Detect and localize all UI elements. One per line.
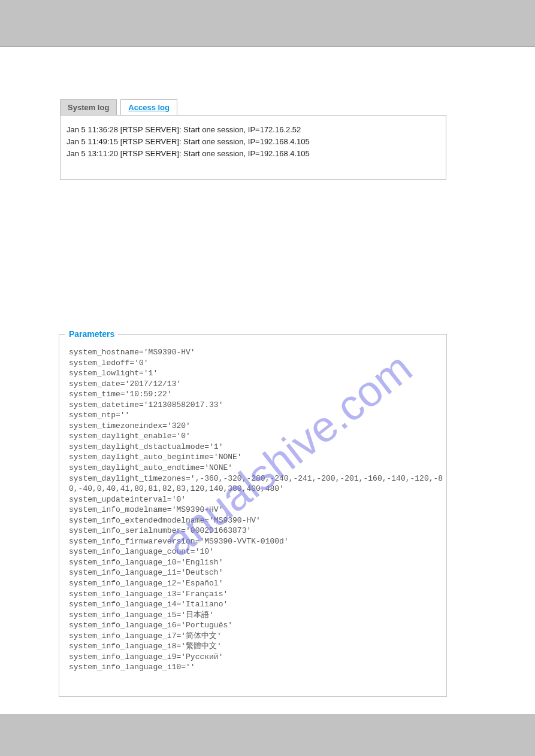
parameter-line: system_info_language_count='10': [69, 546, 444, 557]
parameter-line: system_daylight_auto_begintime='NONE': [69, 452, 444, 463]
parameter-line: system_info_language_i2='Español': [69, 578, 444, 589]
parameter-line: system_info_firmwareversion='MS9390-VVTK…: [69, 536, 444, 547]
log-entry: Jan 5 13:11:20 [RTSP SERVER]: Start one …: [67, 148, 440, 160]
access-log-content: Jan 5 11:36:28 [RTSP SERVER]: Start one …: [60, 115, 446, 180]
parameter-line: system_daylight_enable='0': [69, 431, 444, 442]
parameter-line: system_info_language_i9='Русский': [69, 652, 444, 663]
top-bar: [0, 0, 535, 46]
parameter-line: system_info_language_i5='日本語': [69, 610, 444, 621]
parameter-line: system_info_modelname='MS9390-HV': [69, 505, 444, 515]
parameter-line: system_date='2017/12/13': [69, 379, 444, 390]
parameters-scroll-area[interactable]: system_hostname='MS9390-HV'system_ledoff…: [59, 347, 446, 690]
log-entry: Jan 5 11:36:28 [RTSP SERVER]: Start one …: [67, 124, 440, 136]
parameter-line: system_info_language_i4='Italiano': [69, 599, 444, 610]
parameter-line: system_daylight_auto_endtime='NONE': [69, 463, 444, 473]
tab-system-log[interactable]: System log: [60, 99, 117, 115]
parameters-fieldset: Parameters system_hostname='MS9390-HV'sy…: [59, 329, 447, 697]
parameter-line: system_ntp='': [69, 410, 444, 421]
parameter-line: system_datetime='121308582017.33': [69, 400, 444, 411]
parameter-line: system_info_language_i1='Deutsch': [69, 567, 444, 578]
tab-access-log[interactable]: Access log: [120, 99, 177, 115]
parameter-line: system_info_language_i0='English': [69, 557, 444, 568]
log-entry: Jan 5 11:49:15 [RTSP SERVER]: Start one …: [67, 136, 440, 148]
parameter-line: system_time='10:59:22': [69, 389, 444, 400]
parameter-line: system_ledoff='0': [69, 358, 444, 369]
tab-bar: System log Access log: [60, 99, 446, 115]
parameter-line: system_info_serialnumber='0002D1663873': [69, 526, 444, 536]
parameter-line: system_daylight_timezones=',-360,-320,-2…: [69, 473, 444, 494]
parameter-line: system_daylight_dstactualmode='1': [69, 442, 444, 453]
parameter-line: system_info_language_i7='简体中文': [69, 631, 444, 642]
parameter-line: system_info_extendedmodelname='MS9390-HV…: [69, 515, 444, 526]
parameter-line: system_timezoneindex='320': [69, 421, 444, 432]
parameter-line: system_info_language_i6='Português': [69, 620, 444, 631]
bottom-bar: [0, 714, 535, 756]
parameter-line: system_updateinterval='0': [69, 494, 444, 505]
parameter-line: system_lowlight='1': [69, 368, 444, 379]
parameter-line: system_info_language_i3='Français': [69, 589, 444, 600]
parameters-section: Parameters system_hostname='MS9390-HV'sy…: [59, 329, 447, 697]
content-area: anualshive.com System log Access log Jan…: [0, 47, 535, 714]
parameter-line: system_hostname='MS9390-HV': [69, 347, 444, 358]
parameter-line: system_info_language_i8='繁體中文': [69, 641, 444, 652]
log-tabs-section: System log Access log Jan 5 11:36:28 [RT…: [60, 99, 446, 180]
parameters-legend: Parameters: [65, 329, 118, 339]
parameter-line: system_info_language_i10='': [69, 662, 444, 673]
